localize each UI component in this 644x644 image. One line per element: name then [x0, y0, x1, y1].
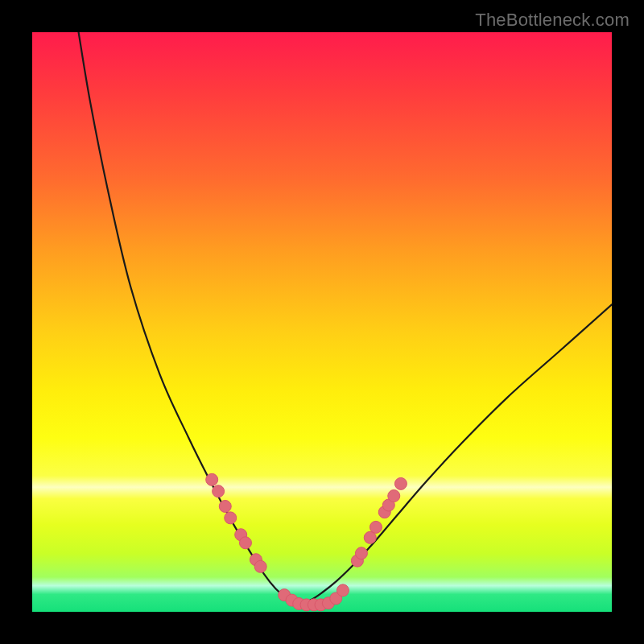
data-dots	[206, 473, 407, 611]
data-dot	[213, 485, 225, 497]
data-dot	[388, 490, 400, 502]
curve-right-branch	[299, 304, 612, 604]
plot-area	[32, 32, 612, 612]
data-dot	[369, 521, 382, 533]
data-dot	[219, 500, 231, 512]
chart-stage: TheBottleneck.com	[0, 0, 644, 644]
data-dot	[355, 547, 367, 559]
watermark-text: TheBottleneck.com	[475, 10, 630, 31]
chart-svg	[32, 32, 612, 612]
data-dot	[254, 560, 266, 572]
data-dot	[206, 473, 218, 485]
curve-left-branch	[79, 32, 299, 605]
data-dot	[336, 584, 349, 597]
data-dot	[394, 477, 407, 489]
data-dot	[225, 512, 237, 524]
data-dot	[239, 537, 251, 549]
